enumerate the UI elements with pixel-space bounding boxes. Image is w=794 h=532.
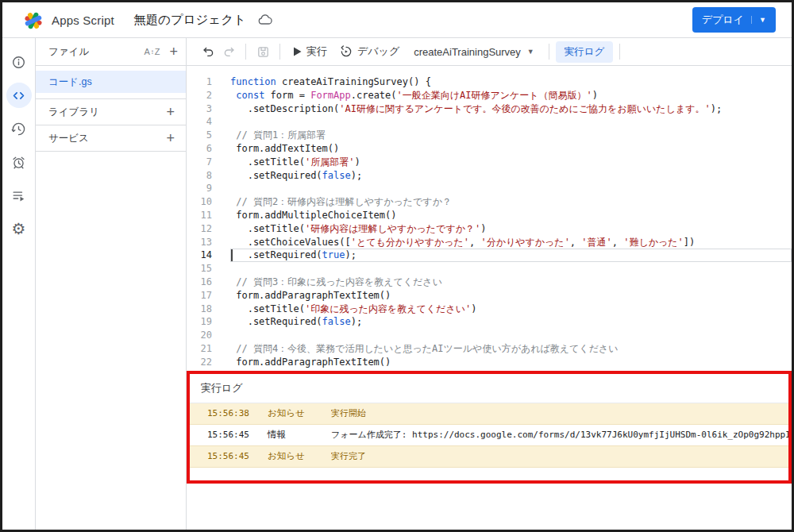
deploy-button-label: デプロイ bbox=[702, 13, 744, 27]
info-icon bbox=[11, 55, 26, 70]
brand-name: Apps Script bbox=[52, 13, 114, 27]
code-lines[interactable]: function createAiTrainingSurvey() { cons… bbox=[217, 75, 792, 369]
undo-icon bbox=[202, 45, 215, 59]
code-line[interactable]: .setChoiceValues(['とても分かりやすかった', '分かりやすか… bbox=[230, 236, 792, 249]
line-number: 3 bbox=[187, 102, 217, 116]
services-label: サービス bbox=[48, 132, 166, 145]
code-line[interactable]: .setTitle('印象に残った内容を教えてください') bbox=[230, 303, 792, 316]
code-line[interactable] bbox=[230, 115, 792, 129]
files-header-label: ファイル bbox=[48, 45, 144, 59]
line-number: 16 bbox=[187, 276, 217, 289]
files-panel: ファイル A↕Z + コード.gs ライブラリ + サービス + bbox=[36, 38, 187, 530]
files-section-divider bbox=[36, 93, 186, 99]
save-project-button[interactable] bbox=[252, 41, 273, 62]
deploy-caret-icon: ▼ bbox=[751, 16, 766, 24]
services-row[interactable]: サービス + bbox=[36, 125, 186, 152]
file-item-label: コード.gs bbox=[48, 75, 92, 89]
overview-nav-button[interactable] bbox=[6, 49, 32, 75]
log-message: 実行完了 bbox=[331, 450, 788, 462]
log-message: フォーム作成完了: https://docs.google.com/forms/… bbox=[331, 429, 788, 441]
function-selector-value: createAiTrainingSurvey bbox=[414, 46, 521, 58]
settings-gear-icon: ⚙ bbox=[12, 221, 26, 237]
toolbar-separator bbox=[619, 44, 620, 60]
toolbar-separator bbox=[279, 44, 280, 60]
line-number: 13 bbox=[187, 236, 217, 249]
code-line[interactable]: .setRequired(true); bbox=[230, 249, 792, 262]
code-line[interactable]: // 質問3：印象に残った内容を教えてください bbox=[230, 276, 792, 289]
execution-log-panel-annotated: 実行ログ 15:56:38お知らせ実行開始15:56:45情報フォーム作成完了:… bbox=[187, 371, 792, 484]
code-line[interactable]: .setDescription('AI研修に関するアンケートです。今後の改善のた… bbox=[230, 102, 792, 116]
code-line[interactable] bbox=[230, 182, 792, 195]
project-history-nav-button[interactable] bbox=[6, 116, 32, 141]
line-number: 8 bbox=[187, 169, 217, 183]
code-line[interactable]: form.addMultipleChoiceItem() bbox=[230, 209, 792, 222]
log-message: 実行開始 bbox=[331, 407, 788, 419]
line-number: 7 bbox=[187, 156, 217, 169]
top-bar: Apps Script 無題のプロジェクト デプロイ ▼ bbox=[2, 2, 792, 38]
code-line[interactable]: // 質問2：研修内容は理解しやすかったですか？ bbox=[230, 195, 792, 209]
log-timestamp: 15:56:38 bbox=[207, 408, 268, 418]
line-number: 11 bbox=[187, 209, 217, 222]
log-row: 15:56:45情報フォーム作成完了: https://docs.google.… bbox=[190, 425, 788, 446]
execution-log-rows: 15:56:38お知らせ実行開始15:56:45情報フォーム作成完了: http… bbox=[190, 403, 788, 468]
code-line[interactable]: .setTitle('所属部署') bbox=[230, 156, 792, 169]
log-timestamp: 15:56:45 bbox=[207, 430, 268, 440]
file-item-code-gs[interactable]: コード.gs bbox=[36, 71, 186, 93]
code-line[interactable]: // 質問1：所属部署 bbox=[230, 129, 792, 142]
code-editor[interactable]: 12345678910111213141516171819202122 func… bbox=[187, 66, 792, 369]
code-line[interactable]: .setRequired(false); bbox=[230, 315, 792, 329]
trigger-clock-icon bbox=[11, 155, 26, 170]
line-number: 9 bbox=[187, 182, 217, 195]
add-file-button[interactable]: + bbox=[169, 44, 178, 59]
left-navigation-rail: ⚙ bbox=[2, 38, 36, 530]
line-number-gutter: 12345678910111213141516171819202122 bbox=[187, 75, 217, 369]
code-line[interactable] bbox=[230, 329, 792, 342]
run-button-label: 実行 bbox=[306, 44, 327, 59]
line-number: 14 bbox=[187, 249, 217, 262]
code-line[interactable]: const form = FormApp.create('一般企業向けAI研修ア… bbox=[230, 89, 792, 102]
undo-button[interactable] bbox=[198, 41, 218, 62]
editor-column: 実行 デバッグ createAiTrainingSurvey ▼ 実行ログ 12… bbox=[187, 38, 792, 530]
debug-button[interactable]: デバッグ bbox=[333, 41, 406, 62]
line-number: 6 bbox=[187, 142, 217, 156]
line-number: 2 bbox=[187, 89, 217, 102]
add-library-button[interactable]: + bbox=[166, 105, 175, 119]
chevron-down-icon: ▼ bbox=[527, 48, 534, 56]
triggers-nav-button[interactable] bbox=[6, 149, 32, 175]
execution-log-chip[interactable]: 実行ログ bbox=[556, 41, 614, 63]
line-number: 12 bbox=[187, 222, 217, 236]
code-line[interactable] bbox=[230, 262, 792, 276]
line-number: 10 bbox=[187, 195, 217, 209]
log-type: お知らせ bbox=[268, 407, 331, 419]
run-button[interactable]: 実行 bbox=[287, 41, 333, 62]
execution-log-filler bbox=[190, 468, 788, 480]
editor-nav-button[interactable] bbox=[6, 83, 32, 108]
line-number: 4 bbox=[187, 115, 217, 129]
code-line[interactable]: form.addParagraphTextItem() bbox=[230, 289, 792, 303]
sort-az-icon[interactable]: A↕Z bbox=[144, 47, 160, 56]
executions-nav-button[interactable] bbox=[6, 183, 32, 208]
log-type: お知らせ bbox=[268, 450, 331, 462]
code-line[interactable]: // 質問4：今後、業務で活用したいと思ったAIツールや使い方があれば教えてくだ… bbox=[230, 342, 792, 356]
line-number: 19 bbox=[187, 315, 217, 329]
libraries-label: ライブラリ bbox=[48, 106, 166, 119]
execution-log-title: 実行ログ bbox=[190, 374, 788, 403]
add-service-button[interactable]: + bbox=[166, 131, 175, 145]
deploy-button[interactable]: デプロイ ▼ bbox=[692, 7, 776, 33]
log-row: 15:56:45お知らせ実行完了 bbox=[190, 446, 788, 468]
code-line[interactable]: form.addTextItem() bbox=[230, 142, 792, 156]
code-line[interactable]: form.addParagraphTextItem() bbox=[230, 356, 792, 369]
save-icon bbox=[256, 45, 270, 59]
project-title[interactable]: 無題のプロジェクト bbox=[133, 12, 246, 29]
apps-script-logo-icon bbox=[23, 10, 44, 30]
settings-nav-button[interactable]: ⚙ bbox=[6, 216, 32, 241]
code-line[interactable]: .setTitle('研修内容は理解しやすかったですか？') bbox=[230, 222, 792, 236]
executions-icon bbox=[11, 188, 26, 203]
libraries-row[interactable]: ライブラリ + bbox=[36, 99, 186, 125]
debug-icon bbox=[340, 45, 353, 58]
redo-button[interactable] bbox=[218, 41, 239, 62]
function-selector-dropdown[interactable]: createAiTrainingSurvey ▼ bbox=[406, 43, 542, 61]
text-cursor bbox=[231, 249, 233, 261]
code-line[interactable]: function createAiTrainingSurvey() { bbox=[230, 75, 792, 89]
code-line[interactable]: .setRequired(false); bbox=[230, 169, 792, 183]
